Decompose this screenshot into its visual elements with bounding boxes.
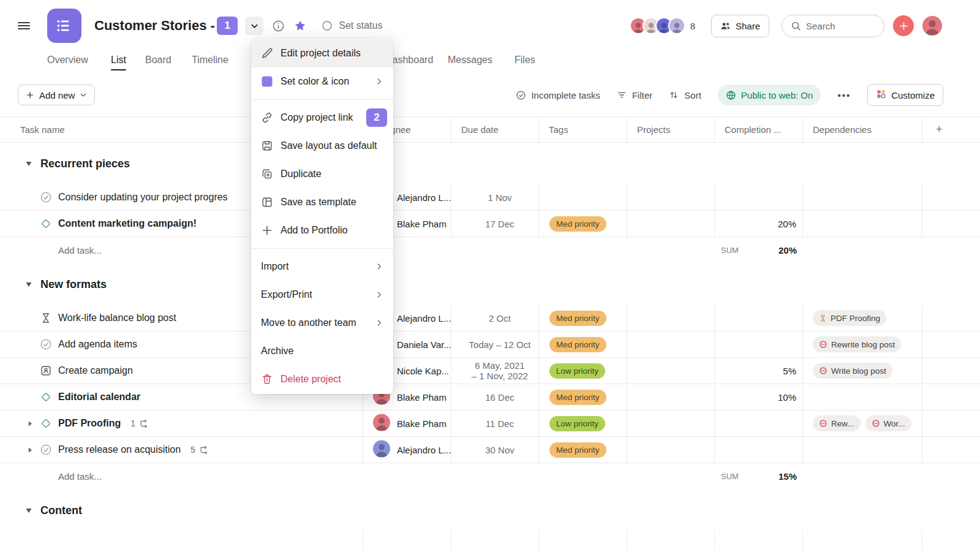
toolbar-sort[interactable]: Sort xyxy=(669,90,701,100)
task-name[interactable]: PDF Proofing xyxy=(58,418,121,429)
dependencies-cell[interactable]: PDF Proofing xyxy=(803,305,922,331)
completion-cell[interactable]: 20% xyxy=(715,211,803,237)
projects-cell[interactable] xyxy=(627,184,715,211)
tags-cell[interactable]: Med priority xyxy=(539,211,627,237)
section-header[interactable]: Recurrent pieces xyxy=(0,143,980,184)
due-date-cell[interactable]: 16 Dec xyxy=(451,384,539,411)
add-new-button[interactable]: Add new xyxy=(18,85,95,105)
task-name[interactable]: Work-life balance blog post xyxy=(58,312,176,324)
projects-cell[interactable] xyxy=(627,384,715,411)
menu-item-duplicate[interactable]: Duplicate xyxy=(251,160,393,188)
search-input[interactable] xyxy=(806,21,875,31)
completion-cell[interactable]: 10% xyxy=(715,384,803,411)
dependencies-cell[interactable] xyxy=(803,384,922,411)
column-header-projects[interactable]: Projects xyxy=(627,117,715,143)
section-header[interactable]: New formats xyxy=(0,263,980,305)
check-circle-icon[interactable] xyxy=(40,444,52,456)
collapse-triangle-icon[interactable] xyxy=(25,507,32,514)
tag-pill[interactable]: Med priority xyxy=(549,390,606,405)
member-avatar-stack[interactable] xyxy=(630,17,685,34)
completion-cell[interactable] xyxy=(715,411,803,437)
dependencies-cell[interactable] xyxy=(803,211,922,237)
section-header[interactable]: Content xyxy=(0,490,980,531)
set-status-button[interactable]: Set status xyxy=(322,20,382,31)
column-header-dependencies[interactable]: Dependencies xyxy=(803,117,922,143)
add-task-button[interactable]: Add task... xyxy=(0,471,102,482)
overflow-dots-button[interactable]: ••• xyxy=(837,90,851,100)
menu-item-copy-project-link[interactable]: Copy project link2 xyxy=(251,104,393,132)
sidebar-hamburger-icon[interactable] xyxy=(17,18,31,33)
expander-arrow-icon[interactable] xyxy=(27,447,34,453)
toolbar-filter[interactable]: Filter xyxy=(617,90,652,100)
task-name[interactable]: Press release on acquisition xyxy=(58,444,181,455)
tag-pill[interactable]: Med priority xyxy=(549,216,606,232)
share-button[interactable]: Share xyxy=(711,15,769,37)
tags-cell[interactable]: Med priority xyxy=(539,331,627,358)
projects-cell[interactable] xyxy=(627,358,715,384)
task-name[interactable]: Editorial calendar xyxy=(58,392,140,403)
dependency-pill[interactable]: Write blog post xyxy=(813,363,892,379)
info-icon[interactable] xyxy=(271,19,285,32)
tags-cell[interactable]: Low priority xyxy=(539,358,627,384)
dependencies-cell[interactable]: Rew...Wor... xyxy=(803,411,922,437)
dependencies-cell[interactable] xyxy=(803,184,922,211)
column-header-+[interactable]: + xyxy=(922,117,980,143)
tab-messages[interactable]: Messages xyxy=(448,48,492,72)
campaign-icon[interactable] xyxy=(40,365,52,377)
task-name[interactable]: Consider updating your project progres xyxy=(58,192,228,203)
expander-arrow-icon[interactable] xyxy=(27,420,34,427)
column-header-completion[interactable]: Completion ... xyxy=(715,117,803,143)
menu-item-export-print[interactable]: Export/Print xyxy=(251,281,393,309)
due-date-cell[interactable]: Today – 12 Oct xyxy=(451,331,539,358)
tags-cell[interactable]: Med priority xyxy=(539,305,627,331)
customize-button[interactable]: Customize xyxy=(867,84,943,106)
projects-cell[interactable] xyxy=(627,331,715,358)
dependency-pill[interactable]: Rewrite blog post xyxy=(813,336,901,352)
tag-pill[interactable]: Med priority xyxy=(549,442,606,458)
task-name-cell[interactable]: Press release on acquisition5 xyxy=(0,437,363,463)
dependency-pill[interactable]: Wor... xyxy=(865,415,911,431)
dependency-pill[interactable]: Rew... xyxy=(813,415,861,431)
assignee-cell[interactable]: Blake Pham xyxy=(363,411,451,437)
milestone-diamond-icon[interactable] xyxy=(40,391,52,403)
tag-pill[interactable]: Med priority xyxy=(549,311,606,326)
approval-hourglass-icon[interactable] xyxy=(40,312,52,324)
tag-pill[interactable]: Low priority xyxy=(549,363,605,379)
menu-item-archive[interactable]: Archive xyxy=(251,337,393,365)
due-date-cell[interactable]: 30 Nov xyxy=(451,437,539,463)
check-circle-icon[interactable] xyxy=(40,338,52,350)
tab-list[interactable]: List xyxy=(111,48,126,72)
tags-cell[interactable]: Low priority xyxy=(539,411,627,437)
dependencies-cell[interactable]: Rewrite blog post xyxy=(803,331,922,358)
collapse-triangle-icon[interactable] xyxy=(25,281,32,288)
dependency-pill[interactable]: PDF Proofing xyxy=(813,310,886,326)
column-header-tags[interactable]: Tags xyxy=(539,117,627,143)
task-name[interactable]: Content marketing campaign! xyxy=(58,218,197,229)
tab-overview[interactable]: Overview xyxy=(47,48,88,72)
task-name[interactable]: Create campaign xyxy=(58,365,133,376)
menu-item-import[interactable]: Import xyxy=(251,252,393,281)
tag-pill[interactable]: Med priority xyxy=(549,337,606,352)
due-date-cell[interactable]: 6 May, 2021– 1 Nov, 2022 xyxy=(451,358,539,384)
task-name[interactable]: Add agenda items xyxy=(58,339,137,350)
tags-cell[interactable] xyxy=(539,184,627,211)
completion-cell[interactable] xyxy=(715,305,803,331)
projects-cell[interactable] xyxy=(627,411,715,437)
projects-cell[interactable] xyxy=(627,305,715,331)
favorite-star-icon[interactable] xyxy=(294,20,306,32)
tab-board[interactable]: Board xyxy=(145,48,172,72)
menu-item-edit-project-details[interactable]: Edit project details xyxy=(251,39,393,67)
dependencies-cell[interactable] xyxy=(803,437,922,463)
task-name-cell[interactable]: PDF Proofing1 xyxy=(0,411,363,437)
menu-item-save-as-template[interactable]: Save as template xyxy=(251,188,393,216)
tab-files[interactable]: Files xyxy=(514,48,535,72)
search-box[interactable] xyxy=(782,15,884,37)
milestone-diamond-icon[interactable] xyxy=(40,417,52,430)
completion-cell[interactable] xyxy=(715,184,803,211)
menu-item-set-color-icon[interactable]: Set color & icon xyxy=(251,67,393,96)
menu-item-save-layout-as-default[interactable]: Save layout as default xyxy=(251,132,393,160)
projects-cell[interactable] xyxy=(627,211,715,237)
public-to-web-toggle[interactable]: Public to web: On xyxy=(718,85,821,105)
toolbar-incomplete-tasks[interactable]: Incomplete tasks xyxy=(516,90,600,100)
completion-cell[interactable] xyxy=(715,437,803,463)
